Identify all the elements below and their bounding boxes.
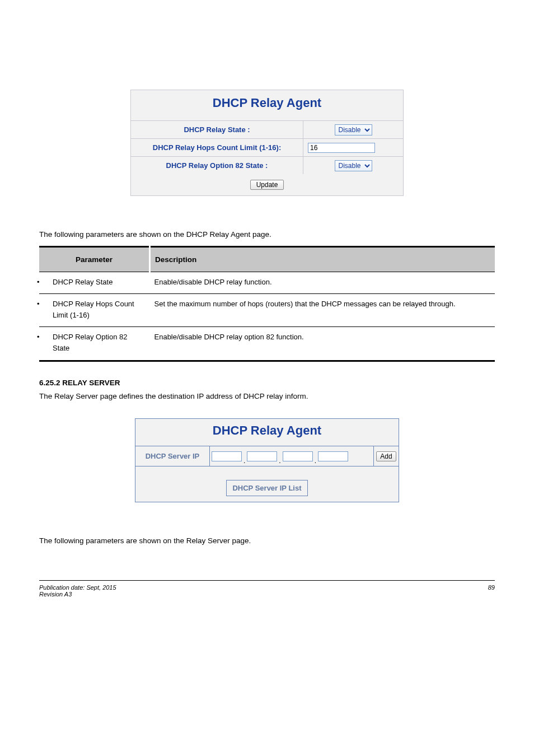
caption-text: The following parameters are shown on th… xyxy=(39,230,495,240)
ip-octet-1[interactable] xyxy=(212,451,242,461)
option82-state-label: DHCP Relay Option 82 State : xyxy=(131,157,303,174)
subsection-description: The Relay Server page defines the destin… xyxy=(39,391,495,402)
subsection-heading: 6.25.2 RELAY SERVER xyxy=(39,379,495,387)
ip-input-group: . . . xyxy=(210,446,374,466)
panel-title: DHCP Relay Agent xyxy=(131,90,403,120)
option82-state-select[interactable]: Disable xyxy=(335,160,372,171)
ip-octet-2[interactable] xyxy=(247,451,277,461)
dhcp-server-ip-list-heading: DHCP Server IP List xyxy=(226,480,307,496)
parameters-table: Parameter Description •DHCP Relay State … xyxy=(39,246,495,362)
add-button[interactable]: Add xyxy=(376,451,396,461)
footer-revision: Revision A3 xyxy=(39,591,488,598)
table-row: •DHCP Relay Hops Count Limit (1-16) Set … xyxy=(39,294,495,327)
page-footer: Publication date: Sept, 2015 Revision A3… xyxy=(39,580,495,598)
dhcp-relay-server-ip-screenshot: DHCP Relay Agent DHCP Server IP . . . Ad… xyxy=(135,418,399,502)
hops-limit-input[interactable] xyxy=(308,143,375,153)
hops-limit-label: DHCP Relay Hops Count Limit (1-16): xyxy=(131,139,303,156)
panel2-title: DHCP Relay Agent xyxy=(135,419,399,446)
ip-octet-3[interactable] xyxy=(283,451,313,461)
dhcp-server-ip-label: DHCP Server IP xyxy=(135,446,210,466)
ip-octet-4[interactable] xyxy=(318,451,348,461)
table-row: •DHCP Relay Option 82 State Enable/disab… xyxy=(39,327,495,361)
table-row: •DHCP Relay State Enable/disable DHCP re… xyxy=(39,272,495,293)
table-head-description: Description xyxy=(150,246,495,272)
caption-text-2: The following parameters are shown on th… xyxy=(39,536,495,547)
page-number: 89 xyxy=(488,584,495,598)
dhcp-relay-agent-settings-screenshot: DHCP Relay Agent DHCP Relay State : Disa… xyxy=(130,90,404,196)
table-head-parameter: Parameter xyxy=(39,246,150,272)
footer-publication-date: Publication date: Sept, 2015 xyxy=(39,584,488,591)
relay-state-select[interactable]: Disable xyxy=(335,124,372,136)
relay-state-label: DHCP Relay State : xyxy=(131,121,303,138)
update-button[interactable]: Update xyxy=(250,180,284,190)
